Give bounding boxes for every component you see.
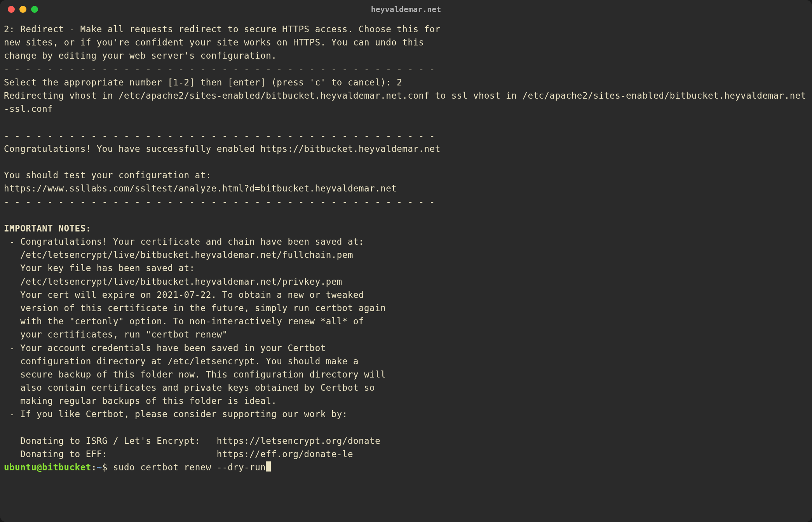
note-line: with the "certonly" option. To non-inter… [4,316,364,326]
note-line: making regular backups of this folder is… [4,396,277,406]
notes-heading: IMPORTANT NOTES: [4,223,91,233]
prompt-path: ~ [97,462,102,472]
output-line: new sites, or if you're confident your s… [4,37,424,47]
separator-line: - - - - - - - - - - - - - - - - - - - - … [4,64,435,74]
output-line: 2: Redirect - Make all requests redirect… [4,24,441,34]
terminal-output[interactable]: 2: Redirect - Make all requests redirect… [0,19,812,478]
output-line: You should test your configuration at: [4,170,211,180]
output-line: Redirecting vhost in /etc/apache2/sites-… [4,90,806,114]
close-icon[interactable] [8,6,15,13]
donate-line: Donating to EFF: https://eff.org/donate-… [4,449,353,459]
separator-line: - - - - - - - - - - - - - - - - - - - - … [4,197,435,207]
note-line: version of this certificate in the futur… [4,303,386,313]
cursor-icon [266,461,271,472]
prompt-user: ubuntu@bitbucket [4,462,91,472]
output-line: https://www.ssllabs.com/ssltest/analyze.… [4,183,397,193]
output-line: change by editing your web server's conf… [4,50,277,61]
note-line: - Your account credentials have been sav… [4,343,326,353]
output-line: Select the appropriate number [1-2] then… [4,77,402,87]
donate-line: Donating to ISRG / Let's Encrypt: https:… [4,436,380,446]
maximize-icon[interactable] [31,6,38,13]
note-line: also contain certificates and private ke… [4,383,375,393]
minimize-icon[interactable] [19,6,26,13]
note-line: /etc/letsencrypt/live/bitbucket.heyvalde… [4,250,353,260]
note-line: configuration directory at /etc/letsencr… [4,356,359,366]
terminal-window: heyvaldemar.net 2: Redirect - Make all r… [0,0,812,522]
title-bar: heyvaldemar.net [0,0,812,19]
window-title: heyvaldemar.net [8,5,804,14]
separator-line: - - - - - - - - - - - - - - - - - - - - … [4,130,435,141]
traffic-lights [8,6,38,13]
note-line: Your key file has been saved at: [4,263,195,273]
note-line: secure backup of this folder now. This c… [4,369,386,379]
note-line: /etc/letsencrypt/live/bitbucket.heyvalde… [4,277,342,287]
note-line: your certificates, run "certbot renew" [4,329,228,339]
output-line: Congratulations! You have successfully e… [4,144,441,154]
prompt-colon: : [91,462,97,472]
note-line: Your cert will expire on 2021-07-22. To … [4,290,364,300]
prompt-dollar: $ [102,462,113,472]
prompt-line: ubuntu@bitbucket:~$ sudo certbot renew -… [4,462,271,472]
note-line: - If you like Certbot, please consider s… [4,409,348,419]
note-line: - Congratulations! Your certificate and … [4,237,364,247]
command-input[interactable]: sudo certbot renew --dry-run [113,462,266,472]
